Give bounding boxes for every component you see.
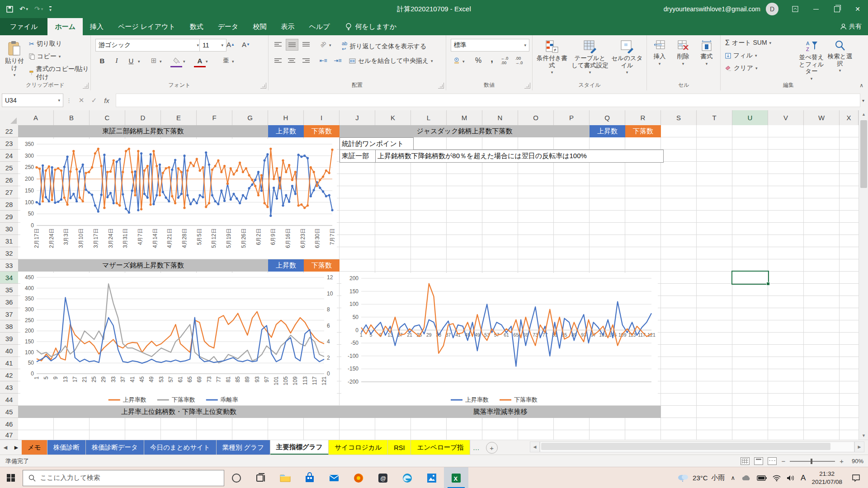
horizontal-scroll-thumb[interactable] xyxy=(541,443,830,450)
start-button[interactable] xyxy=(0,467,22,488)
sheet-tab-サイコロジカル[interactable]: サイコロジカル xyxy=(329,440,388,455)
paste-button[interactable]: 貼り付け▾ xyxy=(3,37,26,77)
taskbar-app-edge[interactable] xyxy=(395,467,420,488)
cell-tse1-tip[interactable]: 上昇銘柄数下降銘柄数が80％を超えた場合には翌日の反転率は100% xyxy=(375,150,664,163)
column-header-K[interactable]: K xyxy=(375,110,411,126)
collapse-ribbon-icon[interactable]: ∧ xyxy=(859,82,863,89)
copy-button[interactable]: コピー▾ xyxy=(29,52,61,61)
hscroll-left-icon[interactable]: ◀ xyxy=(530,441,540,452)
ribbon-display-options-icon[interactable] xyxy=(785,0,806,18)
expand-formula-bar-icon[interactable]: ▾ xyxy=(862,98,864,103)
row-header-34[interactable]: 34 xyxy=(0,272,19,284)
align-right-icon[interactable] xyxy=(300,55,312,66)
insert-function-icon[interactable]: fx xyxy=(100,94,113,107)
row-header-36[interactable]: 36 xyxy=(0,296,19,308)
accounting-format-icon[interactable] xyxy=(451,55,462,66)
sheet-tab-エンベロープ指[interactable]: エンベロープ指 xyxy=(411,440,470,455)
ime-indicator[interactable]: A xyxy=(801,474,806,483)
selected-cell-U34[interactable] xyxy=(731,271,769,285)
taskbar-app-mail-at[interactable]: @ xyxy=(371,467,395,488)
font-size-select[interactable]: 11▾ xyxy=(199,39,226,52)
align-center-icon[interactable] xyxy=(286,55,297,66)
tab-ホーム[interactable]: ホーム xyxy=(47,18,83,35)
customize-qat-button[interactable]: ▾ xyxy=(49,6,52,12)
tab-データ[interactable]: データ xyxy=(211,18,246,35)
column-header-J[interactable]: J xyxy=(340,110,375,126)
taskbar-app-photos[interactable] xyxy=(420,467,444,488)
cell-statistical-onepoint[interactable]: 統計的ワンポイント xyxy=(340,137,414,150)
taskbar-app-file-explorer[interactable] xyxy=(273,467,297,488)
tab-file[interactable]: ファイル xyxy=(0,18,47,35)
increase-decimal-icon[interactable]: ←.0.00 xyxy=(499,55,510,66)
column-header-L[interactable]: L xyxy=(411,110,447,126)
select-all-corner[interactable] xyxy=(0,110,19,126)
cell-styles-button[interactable]: セルのスタイル▾ xyxy=(610,36,644,75)
zoom-slider-thumb[interactable] xyxy=(811,459,812,464)
onedrive-icon[interactable] xyxy=(741,474,751,481)
sort-filter-button[interactable]: AZ 並べ替えとフィルター▾ xyxy=(797,36,826,81)
row-header-27[interactable]: 27 xyxy=(0,186,19,198)
column-header-B[interactable]: B xyxy=(54,110,90,126)
sheet-tab-RSI[interactable]: RSI xyxy=(388,440,411,455)
tab-校閲[interactable]: 校閲 xyxy=(245,18,274,35)
column-header-H[interactable]: H xyxy=(268,110,304,126)
underline-button[interactable]: U xyxy=(125,55,137,66)
horizontal-scrollbar[interactable]: ◀ ▶ xyxy=(530,441,864,452)
tab-表示[interactable]: 表示 xyxy=(274,18,302,35)
orientation-dropdown-icon[interactable]: ▾ xyxy=(329,43,331,47)
close-button[interactable]: ✕ xyxy=(847,0,868,18)
minimize-button[interactable] xyxy=(806,0,826,18)
row-header-46[interactable]: 46 xyxy=(0,418,19,430)
clipboard-dialog-launcher-icon[interactable] xyxy=(83,83,89,89)
row-header-24[interactable]: 24 xyxy=(0,150,19,162)
increase-font-icon[interactable]: A▲ xyxy=(225,39,236,50)
sheet-nav-right-icon[interactable]: ▶ xyxy=(11,440,22,455)
wifi-icon[interactable] xyxy=(773,475,781,481)
row-header-25[interactable]: 25 xyxy=(0,162,19,174)
row-header-28[interactable]: 28 xyxy=(0,198,19,211)
font-dialog-launcher-icon[interactable] xyxy=(260,83,266,89)
sheet-tab-overflow[interactable]: … xyxy=(470,440,482,455)
tray-chevron-up-icon[interactable]: ∧ xyxy=(731,474,736,481)
phonetic-guide-icon[interactable]: 亜 xyxy=(220,55,232,66)
row-header-31[interactable]: 31 xyxy=(0,235,19,247)
taskbar-app-excel[interactable]: X xyxy=(444,467,468,488)
column-header-F[interactable]: F xyxy=(197,110,232,126)
row-header-23[interactable]: 23 xyxy=(0,137,19,150)
decrease-decimal-icon[interactable]: .00→.0 xyxy=(513,55,525,66)
column-header-Q[interactable]: Q xyxy=(590,110,625,126)
find-select-button[interactable]: 検索と選択▾ xyxy=(827,36,853,73)
taskbar-app-task-view[interactable] xyxy=(249,467,273,488)
scroll-down-icon[interactable]: ▼ xyxy=(859,432,868,440)
page-break-view-icon[interactable] xyxy=(768,457,777,465)
format-painter-button[interactable]: 書式のコピー/貼り付け xyxy=(29,65,90,81)
normal-view-icon[interactable] xyxy=(741,457,750,465)
row-header-41[interactable]: 41 xyxy=(0,357,19,369)
column-header-N[interactable]: N xyxy=(482,110,518,126)
column-header-S[interactable]: S xyxy=(661,110,697,126)
column-header-E[interactable]: E xyxy=(161,110,197,126)
redo-button[interactable]: ↷▾ xyxy=(34,5,43,13)
number-dialog-launcher-icon[interactable] xyxy=(524,83,530,89)
phonetic-dropdown-icon[interactable]: ▾ xyxy=(232,59,234,64)
tell-me-search[interactable]: 何をしますか xyxy=(345,23,397,31)
row-header-47[interactable]: 47 xyxy=(0,430,19,440)
chart-mothers-updown[interactable]: 0501001502002503003504004500246810121591… xyxy=(20,273,337,405)
taskbar-app-mail[interactable] xyxy=(322,467,346,488)
taskbar-search-input[interactable]: ここに入力して検索 xyxy=(23,470,224,486)
cancel-formula-icon[interactable]: ✕ xyxy=(75,94,88,107)
column-header-C[interactable]: C xyxy=(90,110,125,126)
delete-cells-button[interactable]: 削除▾ xyxy=(672,36,694,66)
sheet-tab-主要指標グラフ[interactable]: 主要指標グラフ xyxy=(270,440,329,455)
action-center-icon[interactable] xyxy=(848,467,863,488)
cut-button[interactable]: ✂切り取り xyxy=(29,40,62,48)
increase-indent-icon[interactable]: ⇥≡ xyxy=(332,55,344,66)
number-format-select[interactable]: 標準▾ xyxy=(451,39,529,52)
comma-style-icon[interactable]: , xyxy=(486,53,498,64)
tab-挿入[interactable]: 挿入 xyxy=(83,18,111,35)
save-icon[interactable] xyxy=(6,6,13,13)
format-cells-button[interactable]: 書式▾ xyxy=(696,36,717,66)
row-header-44[interactable]: 44 xyxy=(0,394,19,406)
wrap-text-button[interactable]: ab↩折り返して全体を表示する xyxy=(342,41,426,52)
align-middle-icon[interactable] xyxy=(286,39,298,51)
